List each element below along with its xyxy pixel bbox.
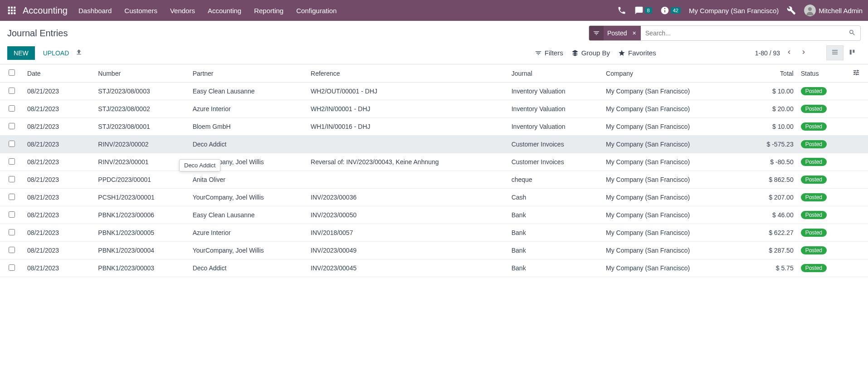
cell-reference: WH2/OUT/00001 - DHJ (307, 83, 508, 100)
col-journal[interactable]: Journal (508, 64, 602, 83)
cell-partner: Deco Addict (189, 259, 307, 277)
activity-icon[interactable]: 42 (660, 6, 681, 15)
nav-item-reporting[interactable]: Reporting (254, 7, 283, 15)
search-bar[interactable]: Posted × (589, 25, 861, 41)
table-row[interactable]: 08/21/2023 PCSH1/2023/00001 YourCompany,… (0, 189, 868, 206)
cell-company: My Company (San Francisco) (602, 206, 732, 224)
cell-total: $ 20.00 (732, 100, 797, 118)
cell-journal: Bank (508, 242, 602, 259)
upload-button[interactable]: UPLOAD (43, 49, 69, 57)
svg-rect-3 (8, 10, 10, 11)
apps-menu-icon[interactable] (5, 4, 18, 17)
user-menu[interactable]: Mitchell Admin (804, 5, 863, 16)
status-badge: Posted (801, 105, 827, 113)
svg-rect-6 (8, 12, 10, 14)
row-checkbox[interactable] (0, 100, 24, 118)
table-row[interactable]: 08/21/2023 PPDC/2023/00001 Anita Oliver … (0, 171, 868, 189)
col-date[interactable]: Date (24, 64, 94, 83)
cell-status: Posted (797, 206, 844, 224)
table-row[interactable]: 08/21/2023 RINV/2023/00002 Deco Addict C… (0, 136, 868, 153)
col-reference[interactable]: Reference (307, 64, 508, 83)
row-checkbox[interactable] (0, 206, 24, 224)
journal-entries-table: Date Number Partner Reference Journal Co… (0, 64, 868, 277)
cell-date: 08/21/2023 (24, 136, 94, 153)
select-all-checkbox[interactable] (0, 64, 24, 83)
svg-rect-7 (11, 12, 13, 14)
nav-item-dashboard[interactable]: Dashboard (78, 7, 112, 15)
nav-item-configuration[interactable]: Configuration (296, 7, 336, 15)
table-row[interactable]: 08/21/2023 STJ/2023/08/0001 Bloem GmbH W… (0, 118, 868, 136)
list-view-icon[interactable] (826, 45, 844, 60)
discuss-icon[interactable]: 8 (634, 6, 652, 15)
cell-journal: Inventory Valuation (508, 118, 602, 136)
favorites-button[interactable]: Favorites (618, 49, 656, 57)
cell-company: My Company (San Francisco) (602, 136, 732, 153)
col-company[interactable]: Company (602, 64, 732, 83)
cell-partner: Bloem GmbH (189, 118, 307, 136)
table-row[interactable]: 08/21/2023 STJ/2023/08/0002 Azure Interi… (0, 100, 868, 118)
upload-icon[interactable] (75, 49, 83, 57)
col-number[interactable]: Number (94, 64, 189, 83)
cell-reference: WH1/IN/00016 - DHJ (307, 118, 508, 136)
svg-point-10 (808, 7, 812, 11)
table-row[interactable]: 08/21/2023 PBNK1/2023/00003 Deco Addict … (0, 259, 868, 277)
cell-company: My Company (San Francisco) (602, 100, 732, 118)
col-settings-icon[interactable] (844, 64, 868, 83)
nav-item-vendors[interactable]: Vendors (170, 7, 195, 15)
cell-status: Posted (797, 171, 844, 189)
search-icon[interactable] (844, 29, 860, 38)
new-button[interactable]: NEW (7, 46, 35, 60)
col-status[interactable]: Status (797, 64, 844, 83)
row-checkbox[interactable] (0, 136, 24, 153)
pager-next-icon[interactable] (798, 47, 809, 59)
row-checkbox[interactable] (0, 153, 24, 171)
facet-remove-icon[interactable]: × (631, 29, 638, 37)
view-switcher (826, 45, 861, 60)
company-selector[interactable]: My Company (San Francisco) (689, 7, 779, 15)
cell-journal: Bank (508, 206, 602, 224)
nav-item-accounting[interactable]: Accounting (208, 7, 241, 15)
cell-total: $ 207.00 (732, 189, 797, 206)
table-row[interactable]: 08/21/2023 RINV/2023/00001 YourCompany, … (0, 153, 868, 171)
groupby-button[interactable]: Group By (571, 49, 610, 57)
support-icon[interactable] (617, 6, 626, 15)
pager-prev-icon[interactable] (784, 47, 795, 59)
cell-status: Posted (797, 136, 844, 153)
status-badge: Posted (801, 122, 827, 131)
control-panel: Journal Entries Posted × NEW UPLOAD Filt… (0, 21, 868, 64)
debug-icon[interactable] (787, 6, 796, 15)
pager-range[interactable]: 1-80 / 93 (755, 49, 780, 57)
row-checkbox[interactable] (0, 83, 24, 100)
cell-journal: Inventory Valuation (508, 83, 602, 100)
kanban-view-icon[interactable] (844, 45, 861, 60)
discuss-badge: 8 (645, 7, 652, 14)
search-input[interactable] (641, 26, 844, 40)
cell-total: $ 46.00 (732, 206, 797, 224)
cell-journal: Customer Invoices (508, 153, 602, 171)
cell-partner: Azure Interior (189, 100, 307, 118)
cell-journal: Bank (508, 259, 602, 277)
status-badge: Posted (801, 87, 827, 95)
row-checkbox[interactable] (0, 189, 24, 206)
app-brand[interactable]: Accounting (23, 5, 68, 16)
cell-date: 08/21/2023 (24, 189, 94, 206)
filters-button[interactable]: Filters (535, 49, 563, 57)
table-row[interactable]: 08/21/2023 PBNK1/2023/00006 Easy Clean L… (0, 206, 868, 224)
row-checkbox[interactable] (0, 224, 24, 242)
cell-total: $ 10.00 (732, 118, 797, 136)
nav-item-customers[interactable]: Customers (124, 7, 157, 15)
cell-partner: Azure Interior (189, 224, 307, 242)
row-checkbox[interactable] (0, 242, 24, 259)
row-checkbox[interactable] (0, 259, 24, 277)
table-row[interactable]: 08/21/2023 PBNK1/2023/00004 YourCompany,… (0, 242, 868, 259)
row-checkbox[interactable] (0, 118, 24, 136)
table-row[interactable]: 08/21/2023 STJ/2023/08/0003 Easy Clean L… (0, 83, 868, 100)
cell-partner: Easy Clean Lausanne (189, 206, 307, 224)
status-badge: Posted (801, 264, 827, 272)
table-row[interactable]: 08/21/2023 PBNK1/2023/00005 Azure Interi… (0, 224, 868, 242)
cell-date: 08/21/2023 (24, 153, 94, 171)
svg-rect-5 (14, 10, 15, 11)
col-partner[interactable]: Partner (189, 64, 307, 83)
col-total[interactable]: Total (732, 64, 797, 83)
row-checkbox[interactable] (0, 171, 24, 189)
